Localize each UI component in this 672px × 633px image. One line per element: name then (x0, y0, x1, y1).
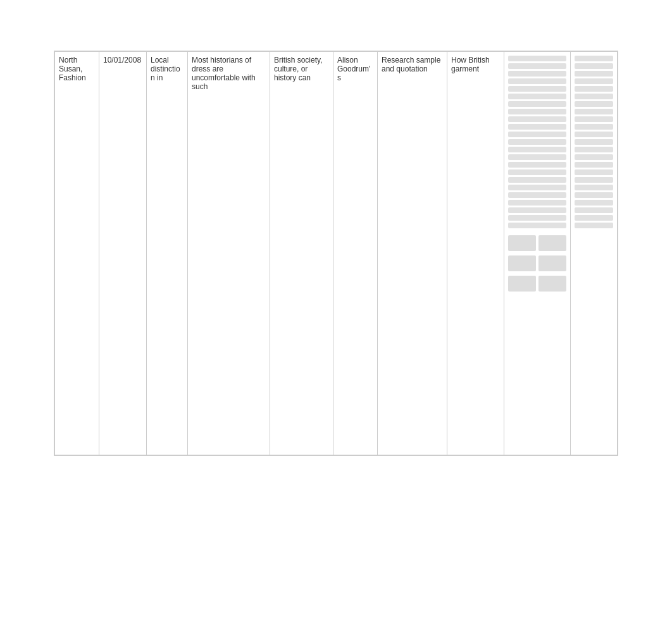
cell-blurred-9 (504, 52, 571, 455)
blurred-line (575, 192, 613, 198)
blurred-line (575, 78, 613, 84)
blurred-line (508, 154, 566, 160)
blurred-line (575, 185, 613, 190)
blurred-line (508, 63, 566, 69)
cell-historians: Most historians of dress are uncomfortab… (188, 52, 270, 455)
blurred-line (508, 116, 566, 122)
blurred-line (575, 154, 613, 160)
cell-blurred-10 (571, 52, 618, 455)
blurred-line (575, 71, 613, 77)
blurred-line (508, 207, 566, 213)
cell-author: North Susan, Fashion (55, 52, 99, 455)
blurred-line (508, 223, 566, 228)
blurred-content-10 (575, 56, 613, 228)
blurred-line (508, 109, 566, 114)
cell-distinction: Local distinction in (147, 52, 188, 455)
blurred-line (575, 63, 613, 69)
author-name: North Susan, (59, 56, 82, 73)
blurred-line (575, 139, 613, 145)
blurred-line (508, 94, 566, 99)
blurred-line (508, 147, 566, 152)
blurred-line (508, 86, 566, 92)
blurred-content-9 (508, 56, 566, 292)
blurred-line (508, 162, 566, 168)
page-container: North Susan, Fashion 10/01/2008 Local di… (0, 0, 672, 633)
blurred-line (575, 116, 613, 122)
blurred-line (575, 162, 613, 168)
blurred-line (508, 200, 566, 206)
blurred-line (508, 71, 566, 77)
cell-author2: Alison Goodrum's (333, 52, 378, 455)
data-table: North Susan, Fashion 10/01/2008 Local di… (54, 51, 618, 455)
cell-how-garment: How British garment (447, 52, 504, 455)
blurred-line (575, 94, 613, 99)
blurred-line (508, 215, 566, 221)
blurred-line (508, 101, 566, 107)
blurred-line (508, 124, 566, 130)
blurred-line (575, 132, 613, 137)
cell-date: 10/01/2008 (99, 52, 147, 455)
blurred-line (508, 185, 566, 190)
table-wrapper: North Susan, Fashion 10/01/2008 Local di… (54, 51, 618, 456)
blurred-line (508, 56, 566, 61)
blurred-line (508, 139, 566, 145)
blurred-line (575, 86, 613, 92)
blurred-line (575, 109, 613, 114)
blurred-line (508, 132, 566, 137)
blurred-line (508, 192, 566, 198)
blurred-line (575, 200, 613, 206)
blurred-line (575, 101, 613, 107)
table-row: North Susan, Fashion 10/01/2008 Local di… (55, 52, 618, 455)
blurred-line (575, 124, 613, 130)
blurred-line (575, 56, 613, 61)
blurred-line (508, 169, 566, 175)
blurred-line (508, 177, 566, 183)
author-sub: Fashion (59, 73, 86, 82)
blurred-line (575, 147, 613, 152)
blurred-line (575, 215, 613, 221)
blurred-line (508, 78, 566, 84)
blurred-line (575, 169, 613, 175)
cell-british: British society, culture, or history can (270, 52, 333, 455)
cell-research: Research sample and quotation (378, 52, 447, 455)
blurred-line (575, 207, 613, 213)
blurred-line (575, 223, 613, 228)
blurred-line (575, 177, 613, 183)
